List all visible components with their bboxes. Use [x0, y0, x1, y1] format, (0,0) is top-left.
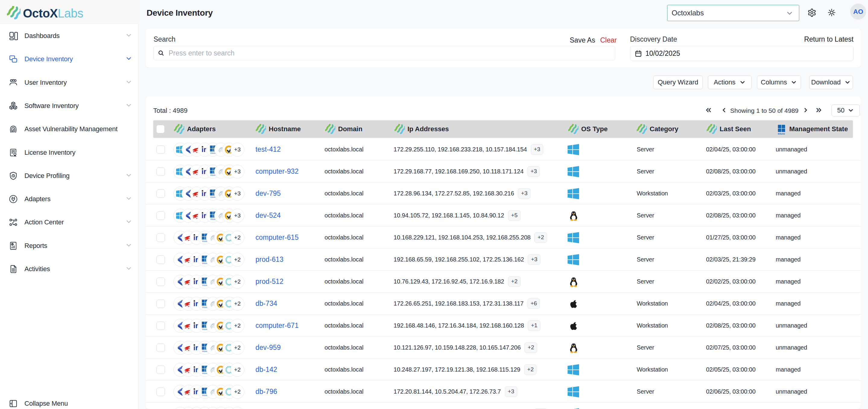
svg-text:Intune: Intune: [778, 132, 785, 135]
